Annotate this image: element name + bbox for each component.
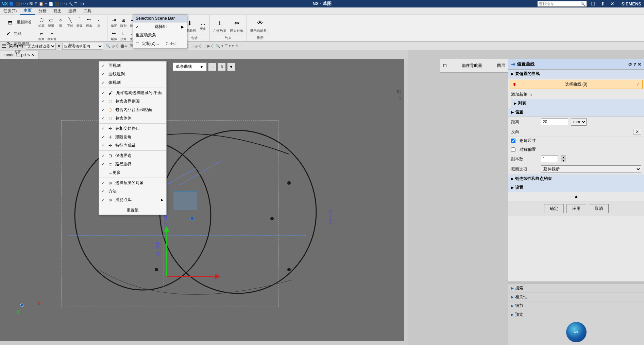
ribbon-btn-geo-constraint[interactable]: ⊥ 几何约束 [212,17,227,34]
ctx-label-body-rule: 体规则 [108,80,121,86]
ctx-item-method[interactable]: ✓ 方法 [99,187,166,196]
reverse-clear-btn[interactable]: ✕ [633,129,641,135]
scene-bar-item-select-group[interactable]: ✓ 选择组 ▶ [133,22,187,31]
create-dim-checkbox[interactable] [511,139,515,143]
ctx-item-brush[interactable]: ✓ 🖌 允许笔刷选择隐藏/小平面 [99,89,166,97]
bottom-search[interactable]: ▶ 搜索 [508,284,644,293]
ribbon-btn-pattern[interactable]: ⊞阵列 [119,16,128,29]
ctx-check-path: ✓ [102,162,105,166]
navigator-panel-header: ☐ 部件导航器 图层 [440,59,508,73]
curve-type-select[interactable]: 单条曲线 ▼ [173,62,207,71]
navigator-checkbox[interactable]: ☐ [443,63,447,68]
canvas-hscroll[interactable] [0,341,404,345]
ribbon-btn-extend[interactable]: ↦延伸 [109,29,118,42]
scroll-up-icon[interactable]: ▲ [574,194,579,199]
ctx-item-path-select[interactable]: ✓ ⊂ 路径选择 [99,160,166,168]
ok-button[interactable]: 确定 [544,204,564,213]
section-to-curve[interactable]: ▶ 要偏置的曲线 [508,70,644,78]
cancel-button[interactable]: 取消 [589,204,609,213]
ctx-item-face-rule[interactable]: ✓ 面规则 [99,61,166,70]
ctx-item-boundary-edge[interactable]: ✓ ⊡ 仅边界边 [99,151,166,160]
curve-more-btn[interactable]: ··· [208,63,216,71]
window-restore-icon[interactable]: ❐ [590,1,597,6]
search-input[interactable] [539,2,580,6]
ctx-label-curve-rule: 曲线规则 [108,71,125,77]
ribbon-btn-circle[interactable]: ○圆 [56,16,65,29]
ctx-item-feature-chain[interactable]: ✓ ✛ 特征内成链 [99,141,166,150]
window-max-icon[interactable]: ⬆ [599,1,606,6]
ribbon-btn-chamfer[interactable]: ⌐倒斜角 [47,29,57,42]
menu-task[interactable]: 任务(T) [0,7,20,15]
menu-view[interactable]: 视图 [50,7,65,15]
window-close-icon[interactable]: ✕ [609,1,616,6]
panel-close-btn[interactable]: ✕ [638,62,641,67]
ctx-item-reset[interactable]: 重置组 [99,206,166,215]
ctx-item-stop-at-intersect[interactable]: ✓ ✛ 在相交处停止 [99,124,166,133]
ribbon-btn-line[interactable]: ╲直线 [66,16,74,29]
distance-unit[interactable]: mm [571,118,587,126]
menu-select[interactable]: 选择 [65,7,80,15]
curve-globe-btn[interactable]: ⊕ [218,63,226,71]
menu-home[interactable]: 主页 [20,7,35,15]
ctx-item-more[interactable]: …更多 [99,168,166,177]
spin-up-btn[interactable]: ▲ [561,156,566,159]
siemens-logo-sphere: NX [566,322,587,342]
list-section[interactable]: ▶ 列表 [511,99,644,108]
ctx-item-predict[interactable]: ✓ ⊕ 选择预测的对象 [99,179,166,187]
ctx-item-snap-lib[interactable]: ✓ ⊕ 捕捉点库 [99,196,166,204]
ctx-item-include-edges[interactable]: ✓ ⬡ 包含边界倒圆 [99,97,166,106]
bottom-preview[interactable]: ▶ 预览 [508,310,644,319]
ctx-item-include-body[interactable]: ✓ ⬡ 包含体体 [99,114,166,123]
distance-input[interactable] [541,119,568,125]
section-offset[interactable]: ▶ 偏置 [508,108,644,117]
menu-tools[interactable]: 工具 [80,7,95,15]
ribbon-btn-reattach[interactable]: ⬒ 重新附着 [3,16,33,28]
bottom-relevance[interactable]: ▶ 相关性 [508,293,644,302]
section-settings[interactable]: ▶ 设置 [508,183,644,192]
section-chain[interactable]: ▶ 链连续性和终点约束 [508,175,644,183]
ribbon-btn-update-model[interactable]: ⟳ 更新模型 [3,39,33,49]
ctx-item-body-rule[interactable]: ✓ 体规则 [99,78,166,87]
scroll-up-area[interactable]: ▲ [508,192,644,201]
ctx-item-include-pad[interactable]: ✓ ⬡ 包含内凸台面和腔面 [99,106,166,114]
ribbon-btn-offset[interactable]: ⇥偏置 [109,16,118,29]
ribbon-toolbar: ⬒ 重新附着 ✔ 完成 ⟳ 更新模型 草图 ⬡轮廓 ▭矩形 ○圆 ╲直线 ⌒圆弧… [0,15,644,42]
ribbon-btn-corner[interactable]: ∟拐角 [119,29,128,42]
apply-button[interactable]: 应用 [566,204,586,213]
svg-point-13 [190,217,194,220]
copy-count-input[interactable] [541,156,558,162]
ctx-brush-icon: 🖌 [108,91,113,95]
bottom-details[interactable]: ▶ 细节 [508,302,644,310]
ctx-item-curve-rule[interactable]: ✓ 曲线规则 [99,70,166,78]
ctx-label-include-pad: 包含内凸台面和腔面 [115,107,152,113]
scene-bar-item-customize[interactable]: ☐ 定制(Z)... Ctrl+J [133,39,187,48]
spin-down-btn[interactable]: ▼ [561,159,566,162]
ctx-item-follow-fillet[interactable]: ✓ ✛ 跟随圆角 [99,133,166,141]
curve-dropdown-btn[interactable]: ▼ [227,63,235,71]
ribbon-btn-finish[interactable]: ✔ 完成 [3,29,33,38]
ribbon-btn-rect[interactable]: ▭矩形 [47,16,55,29]
scene-bar-item-reset[interactable]: 重置场景条 [133,31,187,39]
ribbon-btn-profile[interactable]: ⬡轮廓 [37,16,46,29]
sym-offset-checkbox[interactable] [511,147,515,152]
offset-curve-panel: ⇥ 偏置曲线 ⟳ ? ✕ ▶ 要偏置的曲线 ✱ 选择曲线 (0) ✓ 添加新集 … [508,59,644,345]
ribbon-btn-point[interactable]: ·点 [94,16,103,29]
canvas-vscroll[interactable] [404,59,408,345]
panel-help-btn[interactable]: ? [633,62,636,67]
truncate-select[interactable]: 延伸截断 [541,165,641,173]
ctx-pad-icon: ⬡ [108,108,112,112]
ribbon-btn-symmetry[interactable]: ⇔ 设为对称 [229,17,244,34]
ctx-label-include-edges: 包含边界倒圆 [115,98,140,104]
ctx-check-chain: ✓ [102,143,105,148]
panel-refresh-btn[interactable]: ⟳ [628,62,632,67]
copy-count-spinner[interactable]: ▲ ▼ [561,156,566,162]
ribbon-btn-auto-dim[interactable]: 👁 显示自动尺寸 [249,17,271,34]
svg-text:p1=60.0: p1=60.0 [328,210,332,224]
ribbon-btn-spline[interactable]: 〜样条 [85,16,94,29]
menu-analysis[interactable]: 分析 [35,7,50,15]
req-curve-label: 选择曲线 (0) [565,81,588,87]
ribbon-btn-more-include[interactable]: …更多 [199,19,207,32]
ribbon-btn-fillet[interactable]: ⌐圆角 [37,29,46,42]
ribbon-btn-arc[interactable]: ⌒圆弧 [75,16,84,29]
search-box[interactable]: 🔍 [537,1,587,7]
